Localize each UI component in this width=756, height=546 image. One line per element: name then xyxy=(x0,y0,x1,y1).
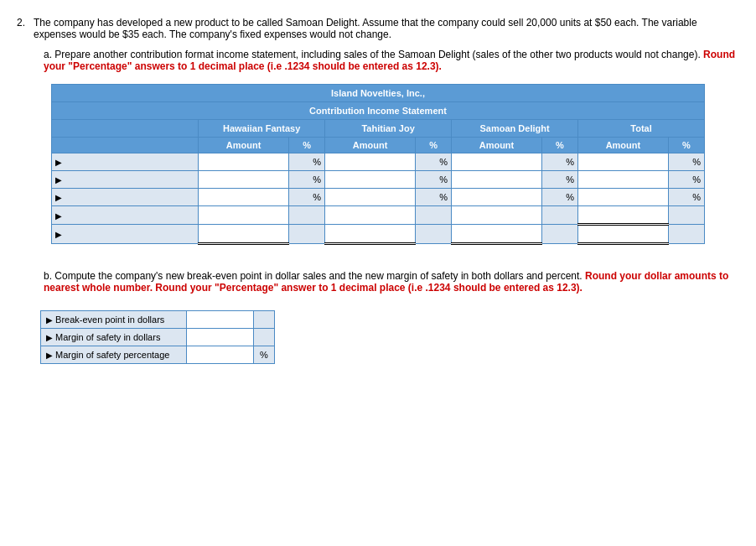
total-pct-header: % xyxy=(668,138,704,153)
tj-amount-2[interactable] xyxy=(325,171,416,189)
margin-safety-dollars-input[interactable] xyxy=(190,330,250,345)
sd-pct-4-empty xyxy=(541,206,577,225)
breakeven-input-cell[interactable] xyxy=(187,311,254,329)
hf-pct-5-empty xyxy=(289,225,325,244)
sd-amount-input-2[interactable] xyxy=(453,172,541,187)
breakeven-table: ▶ Break-even point in dollars ▶ Margin o… xyxy=(40,310,275,364)
sd-pct-2: % xyxy=(541,171,577,189)
margin-safety-dollars-input-cell[interactable] xyxy=(187,329,254,346)
sd-pct-1: % xyxy=(541,153,577,171)
empty-col-header xyxy=(52,138,199,153)
tj-pct-5-empty xyxy=(415,225,451,244)
margin-safety-dollars-label: ▶ Margin of safety in dollars xyxy=(41,329,187,346)
tj-amount-input-3[interactable] xyxy=(326,190,414,205)
tj-pct-4-empty xyxy=(415,206,451,225)
margin-safety-dollars-empty-pct xyxy=(254,329,275,346)
tj-amount-header: Amount xyxy=(325,138,416,153)
hf-amount-input-1[interactable] xyxy=(199,154,287,169)
sd-amount-3[interactable] xyxy=(452,189,542,206)
tj-pct-3: % xyxy=(415,189,451,206)
margin-safety-pct-symbol: % xyxy=(254,346,275,364)
total-amount-input-3[interactable] xyxy=(579,190,667,205)
row4-label: ▶ xyxy=(52,206,199,225)
tj-amount-input-5[interactable] xyxy=(326,226,414,242)
sd-amount-1[interactable] xyxy=(452,153,542,171)
sd-pct-3: % xyxy=(541,189,577,206)
total-amount-header: Amount xyxy=(578,138,669,153)
tj-amount-input-1[interactable] xyxy=(326,154,414,169)
question2-text: The company has developed a new product … xyxy=(34,17,697,40)
tj-amount-1[interactable] xyxy=(325,153,416,171)
tj-amount-input-2[interactable] xyxy=(326,172,414,187)
hf-amount-3[interactable] xyxy=(199,189,289,206)
breakeven-row: ▶ Break-even point in dollars xyxy=(41,311,275,329)
margin-safety-dollars-row: ▶ Margin of safety in dollars xyxy=(41,329,275,346)
tj-amount-4[interactable] xyxy=(325,206,416,225)
breakeven-empty-pct xyxy=(254,311,275,329)
tj-amount-5[interactable] xyxy=(325,225,416,244)
total-pct-1: % xyxy=(668,153,704,171)
hf-pct-3: % xyxy=(289,189,325,206)
tj-pct-1: % xyxy=(415,153,451,171)
hf-amount-input-3[interactable] xyxy=(199,190,287,205)
sub-a-label: a. xyxy=(44,49,54,60)
hf-amount-1[interactable] xyxy=(199,153,289,171)
table-row: ▶ xyxy=(52,225,705,244)
total-amount-5[interactable] xyxy=(578,225,669,244)
margin-safety-pct-input[interactable] xyxy=(190,347,250,362)
sd-amount-input-1[interactable] xyxy=(453,154,541,169)
row1-label: ▶ xyxy=(52,153,199,171)
total-header: Total xyxy=(578,120,705,138)
total-amount-input-4[interactable] xyxy=(579,207,667,222)
tj-pct-header: % xyxy=(415,138,451,153)
total-amount-input-5[interactable] xyxy=(579,226,667,242)
table-row: ▶ % % % % xyxy=(52,171,705,189)
hf-amount-4[interactable] xyxy=(199,206,289,225)
total-amount-2[interactable] xyxy=(578,171,669,189)
margin-safety-pct-input-cell[interactable] xyxy=(187,346,254,364)
total-amount-input-1[interactable] xyxy=(579,154,667,169)
hf-amount-input-5[interactable] xyxy=(199,226,287,242)
total-amount-input-2[interactable] xyxy=(579,172,667,187)
company-title: Island Novelties, Inc., xyxy=(52,85,705,102)
hf-amount-input-4[interactable] xyxy=(199,208,287,223)
sd-amount-5[interactable] xyxy=(452,225,542,244)
hawaiian-fantasy-header: Hawaiian Fantasy xyxy=(199,120,325,138)
hf-pct-4-empty xyxy=(289,206,325,225)
hf-pct-header: % xyxy=(289,138,325,153)
breakeven-input[interactable] xyxy=(190,312,250,327)
section-header-row: Hawaiian Fantasy Tahitian Joy Samoan Del… xyxy=(52,120,705,138)
margin-safety-pct-row: ▶ Margin of safety percentage % xyxy=(41,346,275,364)
total-amount-3[interactable] xyxy=(578,189,669,206)
row3-label: ▶ xyxy=(52,189,199,206)
total-pct-2: % xyxy=(668,171,704,189)
row5-label: ▶ xyxy=(52,225,199,244)
hf-amount-input-2[interactable] xyxy=(199,172,287,187)
total-amount-4[interactable] xyxy=(578,206,669,225)
sd-amount-input-3[interactable] xyxy=(453,190,541,205)
tj-amount-3[interactable] xyxy=(325,189,416,206)
hf-amount-5[interactable] xyxy=(199,225,289,244)
sd-amount-header: Amount xyxy=(452,138,542,153)
table-row: ▶ xyxy=(52,206,705,225)
sd-pct-5-empty xyxy=(541,225,577,244)
sd-amount-4[interactable] xyxy=(452,206,542,225)
statement-title: Contribution Income Statement xyxy=(52,102,705,120)
sd-amount-input-4[interactable] xyxy=(453,208,541,223)
breakeven-label: ▶ Break-even point in dollars xyxy=(41,311,187,329)
sd-amount-2[interactable] xyxy=(452,171,542,189)
hf-pct-2: % xyxy=(289,171,325,189)
tj-amount-input-4[interactable] xyxy=(326,208,414,223)
total-amount-1[interactable] xyxy=(578,153,669,171)
hf-amount-2[interactable] xyxy=(199,171,289,189)
sub-b-text: Compute the company's new break-even poi… xyxy=(54,270,585,282)
table-row: ▶ % % % % xyxy=(52,189,705,206)
tahitian-joy-header: Tahitian Joy xyxy=(325,120,452,138)
hf-pct-1: % xyxy=(289,153,325,171)
total-pct-4-empty xyxy=(668,206,704,225)
sd-amount-input-5[interactable] xyxy=(453,226,541,242)
col-headers-row: Amount % Amount % Amount % Amount % xyxy=(52,138,705,153)
company-title-row: Island Novelties, Inc., xyxy=(52,85,705,102)
hf-amount-header: Amount xyxy=(199,138,289,153)
table-row: ▶ % % % % xyxy=(52,153,705,171)
